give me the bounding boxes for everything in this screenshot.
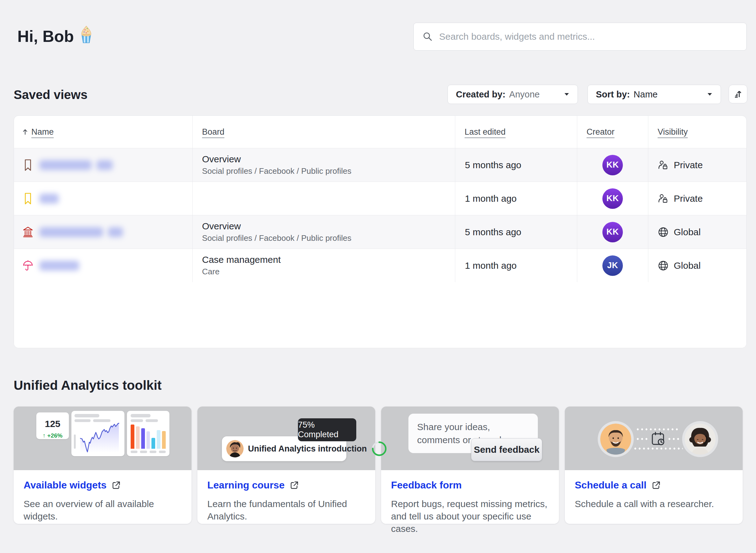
table-row[interactable]: Case management Care 1 month ago JK Glob…	[14, 249, 746, 282]
saved-views-table: Name Board Last edited Creator Visibilit…	[14, 115, 747, 348]
creator-avatar: KK	[602, 188, 623, 209]
send-feedback-button-mock: Send feedback	[471, 438, 542, 461]
sort-arrow-up-icon	[22, 129, 28, 135]
mini-kpi-widget: 125 ↑ +26%	[36, 412, 69, 439]
card-description: Schedule a call with a researcher.	[575, 498, 733, 510]
mini-bar-chart-labels	[131, 451, 166, 453]
board-title: Case management	[202, 254, 281, 265]
user-avatar-photo	[598, 421, 634, 457]
creator-avatar: KK	[602, 222, 623, 242]
external-link-icon	[290, 481, 299, 490]
global-search	[413, 23, 747, 51]
umbrella-icon	[22, 259, 34, 272]
board-path: Social profiles / Facebook / Public prof…	[202, 233, 351, 243]
person-lock-icon	[658, 160, 669, 171]
search-icon	[423, 31, 433, 42]
mini-bar-chart-widget	[127, 411, 169, 456]
toolkit-card-schedule-call[interactable]: Schedule a call Schedule a call with a r…	[565, 406, 743, 524]
saved-views-title: Saved views	[14, 88, 87, 102]
researcher-avatar-photo	[682, 421, 718, 457]
sort-ascending-icon	[733, 88, 744, 100]
chevron-down-icon	[564, 92, 570, 96]
globe-icon	[658, 260, 669, 271]
sort-direction-button[interactable]	[729, 85, 747, 103]
course-pill-label: Unified Analytics introduction	[248, 444, 367, 454]
call-preview-illustration	[565, 406, 743, 470]
dashboard-page: Hi, Bob	[0, 0, 756, 553]
board-path: Social profiles / Facebook / Public prof…	[202, 166, 351, 176]
column-header-creator[interactable]: Creator	[577, 116, 648, 148]
schedule-call-link[interactable]: Schedule a call	[575, 479, 733, 491]
board-title: Overview	[202, 154, 351, 164]
search-input[interactable]	[439, 31, 738, 42]
redacted-view-name	[40, 160, 112, 170]
page-greeting: Hi, Bob	[17, 25, 94, 47]
course-preview-illustration: Unified Analytics introduction 75% Compl…	[198, 406, 375, 470]
board-path: Care	[202, 267, 281, 276]
chevron-down-icon	[707, 92, 712, 96]
last-edited: 1 month ago	[455, 249, 577, 282]
table-empty-space	[14, 282, 746, 348]
globe-icon	[658, 227, 669, 238]
card-description: Learn the fundamentals of Unified Analyt…	[207, 498, 365, 523]
mini-bar-chart-bars	[131, 424, 166, 449]
visibility-label: Private	[674, 160, 703, 170]
created-by-value: Anyone	[509, 89, 540, 100]
learning-course-link[interactable]: Learning course	[207, 479, 365, 491]
sort-by-label: Sort by:	[596, 89, 630, 100]
greeting-text: Hi, Bob	[17, 27, 74, 46]
feedback-form-link[interactable]: Feedback form	[391, 479, 549, 491]
creator-avatar: JK	[602, 255, 623, 276]
column-header-visibility[interactable]: Visibility	[648, 116, 747, 148]
last-edited: 5 months ago	[455, 148, 577, 181]
bank-icon	[22, 226, 34, 238]
last-edited: 5 months ago	[455, 215, 577, 249]
table-row[interactable]: Overview Social profiles / Facebook / Pu…	[14, 215, 746, 249]
redacted-view-name	[40, 227, 123, 237]
widgets-preview-illustration: 125 ↑ +26%	[14, 406, 192, 470]
created-by-filter[interactable]: Created by: Anyone	[448, 85, 578, 104]
column-header-name[interactable]: Name	[14, 116, 193, 148]
progress-tooltip: 75% Completed	[298, 418, 356, 441]
progress-ring	[371, 441, 387, 457]
cupcake-emoji-icon	[78, 25, 94, 47]
column-header-board[interactable]: Board	[193, 116, 455, 148]
mini-line-chart-widget	[71, 411, 125, 456]
redacted-view-name	[40, 261, 79, 270]
table-row[interactable]: Overview Social profiles / Facebook / Pu…	[14, 148, 746, 181]
bookmark-icon	[22, 192, 34, 205]
last-edited: 1 month ago	[455, 182, 577, 215]
table-header-row: Name Board Last edited Creator Visibilit…	[14, 116, 746, 148]
toolkit-card-learning-course[interactable]: Unified Analytics introduction 75% Compl…	[198, 406, 375, 524]
card-description: Report bugs, request missing metrics, an…	[391, 498, 549, 535]
column-header-last-edited[interactable]: Last edited	[455, 116, 577, 148]
available-widgets-link[interactable]: Available widgets	[23, 479, 181, 491]
table-row[interactable]: 1 month ago KK Private	[14, 181, 746, 215]
external-link-icon	[652, 481, 661, 490]
sort-by-filter[interactable]: Sort by: Name	[588, 85, 721, 104]
feedback-preview-illustration: Share your ideas, comments or struggles …	[381, 406, 559, 470]
creator-avatar: KK	[602, 155, 623, 175]
calendar-clock-icon	[649, 430, 667, 449]
bookmark-icon	[22, 159, 34, 172]
visibility-label: Global	[674, 227, 701, 237]
board-title: Overview	[202, 221, 351, 232]
external-link-icon	[111, 481, 121, 490]
person-lock-icon	[658, 193, 669, 204]
sort-by-value: Name	[634, 89, 658, 100]
visibility-label: Global	[674, 260, 701, 271]
toolkit-card-available-widgets[interactable]: 125 ↑ +26%	[14, 406, 192, 524]
created-by-label: Created by:	[456, 89, 506, 100]
card-description: See an overview of all available widgets…	[23, 498, 181, 523]
redacted-view-name	[40, 193, 59, 204]
visibility-label: Private	[674, 193, 703, 204]
course-avatar	[226, 440, 244, 457]
toolkit-card-feedback-form[interactable]: Share your ideas, comments or struggles …	[381, 406, 559, 524]
toolkit-title: Unified Analytics toolkit	[14, 378, 162, 393]
